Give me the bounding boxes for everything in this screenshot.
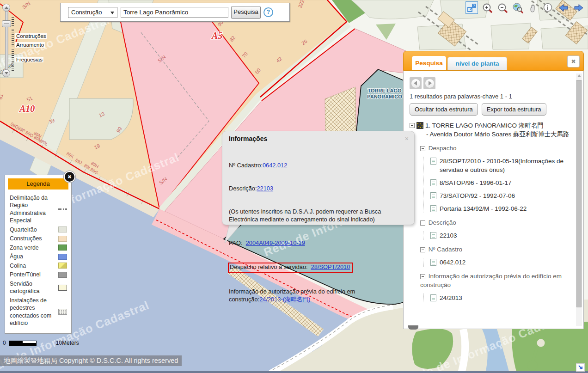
building-name-label: TORRE LAGO	[368, 88, 402, 93]
zoom-in-icon[interactable]	[481, 1, 493, 14]
legend-item: Delimitação da Região Administrativa Esp…	[5, 193, 71, 225]
tree-node-despacho: Despacho 28/SOPT/2010 - 2010-05-19(Infor…	[420, 144, 572, 213]
tree-root-item: 1. TORRE LAGO PANORAMICO 湖畔名門	[410, 121, 572, 130]
results-tree: 1. TORRE LAGO PANORAMICO 湖畔名門 - Avenida …	[410, 121, 572, 302]
tree-node-label[interactable]: Informação de autorização prévia do edif…	[420, 273, 562, 288]
map-toolbar	[466, 1, 585, 14]
zoom-level-label: Arruamento	[15, 42, 45, 48]
full-extent-icon[interactable]	[466, 1, 478, 14]
zoom-slider: Construções Arruamento Freguesias	[1, 4, 71, 78]
quarteirao-swatch	[58, 226, 67, 232]
pan-hand-icon[interactable]	[527, 1, 539, 14]
legend-item: Colina	[5, 261, 71, 270]
popup-close-icon[interactable]: ×	[405, 135, 409, 142]
popup-row: Descrição:22103	[229, 185, 408, 193]
overview-toggle-icon[interactable]	[576, 363, 585, 372]
park-circle	[535, 337, 546, 349]
zoom-out-slider-button[interactable]	[2, 69, 10, 77]
agua-swatch	[58, 254, 67, 260]
zoom-slider-handle[interactable]	[2, 20, 11, 27]
tab-nivel-de-planta[interactable]: nível de planta	[447, 57, 507, 70]
next-extent-icon[interactable]	[572, 1, 585, 14]
window-bottom-edge	[0, 371, 588, 373]
park-circle	[527, 361, 538, 371]
tree-node-label[interactable]: Nº Cadastro	[429, 246, 462, 253]
building-icon	[416, 122, 423, 129]
despacho-servidao-link[interactable]: 28/SOPT/2010	[311, 263, 350, 270]
tree-leaf-item[interactable]: 22103	[430, 231, 572, 240]
legend-item: Instalações de pedestres conectados com …	[5, 296, 71, 328]
panel-close-icon[interactable]: ✖	[567, 55, 580, 67]
tree-node-label[interactable]: Descrição	[429, 219, 456, 226]
legend-close-icon[interactable]: ✖	[64, 171, 75, 183]
scale-bar: 0 10Meters	[3, 340, 79, 346]
results-summary: 1 resultados para palavras-chave 1 - 1	[410, 93, 572, 100]
popup-row: PAO: 2004A049-2009-10-19	[229, 239, 408, 247]
expand-all-button[interactable]: Expor toda estrutura	[482, 103, 546, 116]
dash-dot-line-symbol	[58, 208, 67, 210]
panel-drag-handle[interactable]	[408, 325, 418, 330]
zone-label-a5: A5	[211, 31, 222, 41]
popup-row-highlighted: Despacho relativo à servidão: 28/SOPT/20…	[228, 263, 353, 273]
previous-extent-icon[interactable]	[557, 1, 570, 14]
result-address: - Avenida Doutor Mário Soares 蘇亞利斯博士大馬路	[426, 130, 572, 139]
legend-item: Zona verde	[5, 243, 71, 252]
collapse-all-button[interactable]: Ocultar toda estrutura	[410, 103, 478, 116]
zona-verde-swatch	[58, 245, 67, 251]
results-panel: Pesquisa nível de planta ✖ 1 resultados …	[403, 51, 584, 329]
legend-item: Água	[5, 252, 71, 262]
scrollbar-up-icon[interactable]	[577, 74, 581, 77]
tree-expander-icon[interactable]	[420, 220, 425, 226]
building-name-label: PANORAMICO	[367, 94, 402, 99]
app-window: S/N S/N S/N 322 26 42 90 82 70 60 A5 A10…	[0, 0, 588, 373]
search-input[interactable]	[121, 7, 228, 18]
zoom-out-icon[interactable]	[496, 1, 508, 14]
tree-leaf-item[interactable]: 24/2013	[430, 294, 572, 302]
tree-leaf-item[interactable]: 0642.012	[430, 258, 572, 267]
tree-node-label[interactable]: Despacho	[429, 145, 457, 152]
legend-item: Quarteirão	[5, 225, 71, 234]
pao-link[interactable]: 2004A049-2009-10-19	[246, 239, 305, 246]
autorizacao-link[interactable]: 24/2013-(湖畔名門)	[259, 296, 310, 303]
popup-title: Informações	[229, 135, 408, 142]
help-icon[interactable]: ?	[263, 7, 273, 17]
zoom-in-slider-button[interactable]	[2, 4, 10, 12]
document-icon	[430, 192, 436, 199]
legend-title: Legenda	[8, 178, 68, 190]
tree-expander-icon[interactable]	[420, 146, 425, 151]
search-bar: Construção Pesquisa ?	[60, 3, 290, 22]
search-button[interactable]: Pesquisa	[231, 6, 261, 19]
document-icon	[430, 294, 436, 301]
cadastro-link[interactable]: 0642.012	[263, 162, 287, 169]
next-result-button[interactable]	[423, 77, 435, 89]
result-title[interactable]: 1. TORRE LAGO PANORAMICO 湖畔名門	[425, 121, 544, 130]
scale-end: 10Meters	[56, 340, 79, 346]
popup-row: Informação de autorização prévia do edif…	[229, 288, 408, 304]
tree-leaf-item[interactable]: Portaria 134/92/M - 1992-06-22	[430, 204, 572, 213]
zoom-world-icon[interactable]	[511, 1, 524, 14]
legend-item: Ponte/Túnel	[5, 270, 71, 280]
zoom-slider-ticks	[12, 15, 14, 72]
identify-info-icon[interactable]	[542, 1, 554, 14]
tree-expander-icon[interactable]	[420, 247, 425, 252]
scrollbar-thumb[interactable]	[576, 80, 582, 307]
results-panel-header: Pesquisa nível de planta ✖	[403, 51, 584, 71]
descricao-link[interactable]: 22103	[257, 185, 273, 192]
ponte-tunel-swatch	[58, 272, 67, 278]
previous-result-button[interactable]	[410, 77, 422, 89]
document-icon	[430, 205, 436, 212]
tab-pesquisa[interactable]: Pesquisa	[412, 56, 446, 70]
document-icon	[430, 259, 436, 266]
tree-node-descricao: Descrição 22103	[420, 218, 572, 240]
scale-start: 0	[3, 340, 6, 346]
tree-expander-icon[interactable]	[420, 274, 425, 279]
tree-leaf-item[interactable]: 28/SOPT/2010 - 2010-05-19(Informações de…	[430, 157, 572, 174]
tree-leaf-item[interactable]: 73/SATOP/92 - 1992-07-06	[430, 191, 572, 200]
tree-node-autorizacao: Informação de autorização prévia do edif…	[420, 272, 572, 302]
tree-node-cadastro: Nº Cadastro 0642.012	[420, 245, 572, 267]
tree-expander-icon[interactable]	[410, 123, 415, 128]
tree-leaf-item[interactable]: 8/SATOP/96 - 1996-01-17	[430, 178, 572, 187]
panel-scrollbar	[576, 73, 582, 326]
search-category-select[interactable]: Construção	[68, 7, 117, 18]
legend-panel: ✖ Legenda Delimitação da Região Administ…	[5, 175, 72, 334]
